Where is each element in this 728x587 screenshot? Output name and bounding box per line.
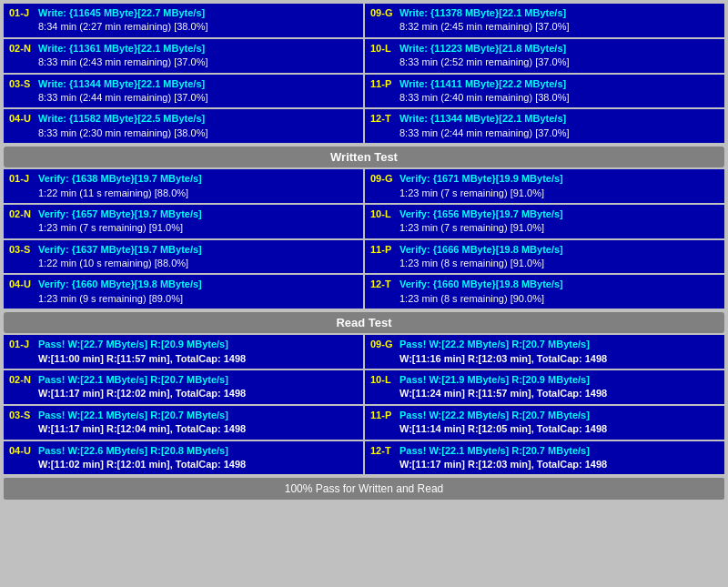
- cell-03-s: 03-SWrite: {11344 MByte}[22.1 MByte/s]8:…: [4, 75, 363, 108]
- cell-content: Pass! W:[21.9 MByte/s] R:[20.9 MByte/s]W…: [399, 373, 719, 401]
- cell-line1: Pass! W:[22.2 MByte/s] R:[20.7 MByte/s]: [399, 338, 719, 351]
- cell-line1: Write: {11344 MByte}[22.1 MByte/s]: [38, 77, 358, 91]
- cell-content: Pass! W:[22.2 MByte/s] R:[20.7 MByte/s]W…: [399, 409, 719, 437]
- cell-line1: Pass! W:[22.2 MByte/s] R:[20.7 MByte/s]: [399, 409, 719, 422]
- cell-content: Write: {11344 MByte}[22.1 MByte/s]8:33 m…: [38, 77, 358, 106]
- cell-09-g: 09-GVerify: {1671 MByte}[19.9 MByte/s]1:…: [365, 169, 724, 203]
- cell-id: 01-J: [9, 172, 35, 186]
- cell-line2: 8:33 min (2:44 min remaining) [37.0%]: [38, 91, 358, 105]
- cell-line2: 1:23 min (7 s remaining) [91.0%]: [399, 187, 719, 200]
- cell-line1: Verify: {1671 MByte}[19.9 MByte/s]: [399, 172, 719, 186]
- cell-02-n: 02-NVerify: {1657 MByte}[19.7 MByte/s]1:…: [4, 205, 363, 238]
- cell-line2: W:[11:17 min] R:[12:02 min], TotalCap: 1…: [38, 387, 358, 400]
- main-container: 01-JWrite: {11645 MByte}[22.7 MByte/s]8:…: [0, 0, 728, 503]
- read-grid: 01-JPass! W:[22.7 MByte/s] R:[20.9 MByte…: [4, 335, 724, 474]
- write-grid: 01-JWrite: {11645 MByte}[22.7 MByte/s]8:…: [4, 4, 724, 143]
- cell-12-t: 12-TPass! W:[22.1 MByte/s] R:[20.7 MByte…: [365, 441, 724, 475]
- cell-line1: Write: {11582 MByte}[22.5 MByte/s]: [38, 112, 358, 126]
- cell-content: Verify: {1657 MByte}[19.7 MByte/s]1:23 m…: [38, 207, 358, 236]
- cell-11-p: 11-PPass! W:[22.2 MByte/s] R:[20.7 MByte…: [365, 406, 724, 440]
- cell-line2: 1:22 min (11 s remaining) [88.0%]: [38, 187, 358, 200]
- cell-id: 11-P: [370, 243, 396, 257]
- cell-line1: Verify: {1656 MByte}[19.7 MByte/s]: [399, 207, 719, 221]
- cell-09-g: 09-GWrite: {11378 MByte}[22.1 MByte/s]8:…: [365, 4, 724, 37]
- cell-id: 01-J: [9, 338, 35, 351]
- cell-line2: 1:23 min (8 s remaining) [91.0%]: [399, 257, 719, 270]
- cell-line2: W:[11:02 min] R:[12:01 min], TotalCap: 1…: [38, 458, 358, 471]
- cell-line1: Pass! W:[22.1 MByte/s] R:[20.7 MByte/s]: [38, 409, 358, 422]
- cell-01-j: 01-JWrite: {11645 MByte}[22.7 MByte/s]8:…: [4, 4, 363, 37]
- cell-line2: 8:33 min (2:30 min remaining) [38.0%]: [38, 127, 358, 140]
- cell-12-t: 12-TWrite: {11344 MByte}[22.1 MByte/s]8:…: [365, 109, 724, 143]
- cell-line1: Pass! W:[22.1 MByte/s] R:[20.7 MByte/s]: [38, 373, 358, 387]
- cell-id: 03-S: [9, 243, 35, 257]
- cell-line1: Verify: {1666 MByte}[19.8 MByte/s]: [399, 243, 719, 257]
- cell-10-l: 10-LPass! W:[21.9 MByte/s] R:[20.9 MByte…: [365, 370, 724, 404]
- cell-line1: Pass! W:[22.1 MByte/s] R:[20.7 MByte/s]: [399, 444, 719, 458]
- cell-04-u: 04-UVerify: {1660 MByte}[19.8 MByte/s]1:…: [4, 275, 363, 309]
- cell-content: Pass! W:[22.6 MByte/s] R:[20.8 MByte/s]W…: [38, 444, 358, 472]
- cell-line2: 1:23 min (9 s remaining) [89.0%]: [38, 292, 358, 306]
- cell-content: Pass! W:[22.2 MByte/s] R:[20.7 MByte/s]W…: [399, 338, 719, 366]
- cell-line1: Pass! W:[22.6 MByte/s] R:[20.8 MByte/s]: [38, 444, 358, 458]
- cell-line1: Write: {11223 MByte}[21.8 MByte/s]: [399, 42, 719, 56]
- cell-line2: W:[11:16 min] R:[12:03 min], TotalCap: 1…: [399, 352, 719, 366]
- cell-line1: Verify: {1638 MByte}[19.7 MByte/s]: [38, 172, 358, 186]
- cell-line2: 8:33 min (2:43 min remaining) [37.0%]: [38, 56, 358, 69]
- cell-id: 04-U: [9, 444, 35, 458]
- cell-11-p: 11-PWrite: {11411 MByte}[22.2 MByte/s]8:…: [365, 75, 724, 108]
- write-section: 01-JWrite: {11645 MByte}[22.7 MByte/s]8:…: [4, 4, 724, 143]
- cell-line1: Pass! W:[22.7 MByte/s] R:[20.9 MByte/s]: [38, 338, 358, 351]
- cell-12-t: 12-TVerify: {1660 MByte}[19.8 MByte/s]1:…: [365, 275, 724, 309]
- cell-id: 09-G: [370, 6, 396, 20]
- written-test-label: Written Test: [4, 147, 724, 167]
- cell-id: 09-G: [370, 172, 396, 186]
- cell-content: Pass! W:[22.1 MByte/s] R:[20.7 MByte/s]W…: [399, 444, 719, 472]
- cell-line2: 8:33 min (2:44 min remaining) [37.0%]: [399, 127, 719, 140]
- cell-11-p: 11-PVerify: {1666 MByte}[19.8 MByte/s]1:…: [365, 240, 724, 274]
- cell-id: 09-G: [370, 338, 396, 351]
- cell-line2: W:[11:17 min] R:[12:04 min], TotalCap: 1…: [38, 422, 358, 436]
- cell-line1: Write: {11645 MByte}[22.7 MByte/s]: [38, 6, 358, 20]
- cell-line1: Write: {11361 MByte}[22.1 MByte/s]: [38, 42, 358, 56]
- cell-id: 03-S: [9, 77, 35, 91]
- verify-grid: 01-JVerify: {1638 MByte}[19.7 MByte/s]1:…: [4, 169, 724, 309]
- cell-line1: Verify: {1660 MByte}[19.8 MByte/s]: [399, 278, 719, 291]
- cell-id: 11-P: [370, 409, 396, 422]
- cell-id: 12-T: [370, 112, 396, 126]
- cell-01-j: 01-JPass! W:[22.7 MByte/s] R:[20.9 MByte…: [4, 335, 363, 369]
- cell-content: Verify: {1638 MByte}[19.7 MByte/s]1:22 m…: [38, 172, 358, 200]
- cell-content: Pass! W:[22.1 MByte/s] R:[20.7 MByte/s]W…: [38, 409, 358, 437]
- cell-10-l: 10-LWrite: {11223 MByte}[21.8 MByte/s]8:…: [365, 39, 724, 73]
- cell-line2: 1:23 min (7 s remaining) [91.0%]: [399, 221, 719, 235]
- cell-content: Write: {11645 MByte}[22.7 MByte/s]8:34 m…: [38, 6, 358, 35]
- cell-02-n: 02-NPass! W:[22.1 MByte/s] R:[20.7 MByte…: [4, 370, 363, 404]
- read-section: 01-JPass! W:[22.7 MByte/s] R:[20.9 MByte…: [4, 335, 724, 474]
- cell-line1: Write: {11411 MByte}[22.2 MByte/s]: [399, 77, 719, 91]
- cell-10-l: 10-LVerify: {1656 MByte}[19.7 MByte/s]1:…: [365, 205, 724, 238]
- cell-line2: 1:23 min (8 s remaining) [90.0%]: [399, 292, 719, 306]
- cell-id: 12-T: [370, 278, 396, 291]
- cell-line2: 1:23 min (7 s remaining) [91.0%]: [38, 221, 358, 235]
- cell-id: 12-T: [370, 444, 396, 458]
- cell-line1: Verify: {1637 MByte}[19.7 MByte/s]: [38, 243, 358, 257]
- cell-line1: Write: {11344 MByte}[22.1 MByte/s]: [399, 112, 719, 126]
- read-test-label: Read Test: [4, 312, 724, 333]
- cell-content: Write: {11344 MByte}[22.1 MByte/s]8:33 m…: [399, 112, 719, 140]
- cell-content: Verify: {1656 MByte}[19.7 MByte/s]1:23 m…: [399, 207, 719, 236]
- cell-content: Verify: {1660 MByte}[19.8 MByte/s]1:23 m…: [38, 278, 358, 306]
- cell-line2: 1:22 min (10 s remaining) [88.0%]: [38, 257, 358, 270]
- cell-line1: Write: {11378 MByte}[22.1 MByte/s]: [399, 6, 719, 20]
- cell-03-s: 03-SPass! W:[22.1 MByte/s] R:[20.7 MByte…: [4, 406, 363, 440]
- cell-id: 10-L: [370, 373, 396, 387]
- cell-id: 11-P: [370, 77, 396, 91]
- pass-label: 100% Pass for Written and Read: [4, 478, 724, 500]
- cell-line1: Pass! W:[21.9 MByte/s] R:[20.9 MByte/s]: [399, 373, 719, 387]
- cell-content: Verify: {1637 MByte}[19.7 MByte/s]1:22 m…: [38, 243, 358, 271]
- cell-content: Verify: {1671 MByte}[19.9 MByte/s]1:23 m…: [399, 172, 719, 200]
- cell-line2: W:[11:14 min] R:[12:05 min], TotalCap: 1…: [399, 422, 719, 436]
- cell-04-u: 04-UPass! W:[22.6 MByte/s] R:[20.8 MByte…: [4, 441, 363, 475]
- cell-id: 10-L: [370, 42, 396, 56]
- cell-content: Pass! W:[22.7 MByte/s] R:[20.9 MByte/s]W…: [38, 338, 358, 366]
- cell-line1: Verify: {1660 MByte}[19.8 MByte/s]: [38, 278, 358, 291]
